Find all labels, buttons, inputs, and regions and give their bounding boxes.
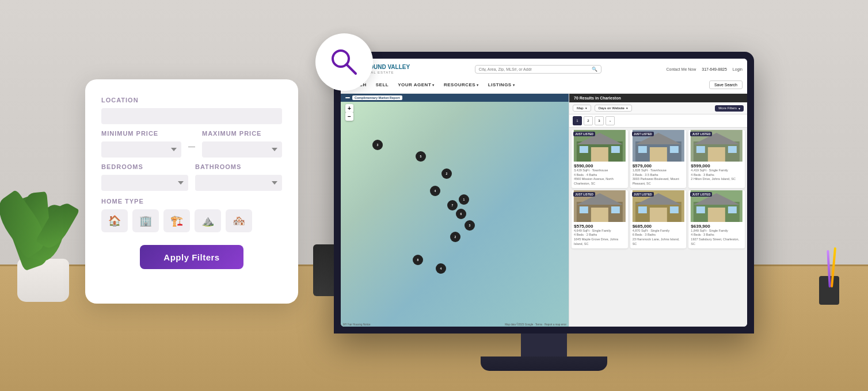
home-type-house[interactable]: 🏠 (101, 209, 128, 232)
svg-rect-35 (708, 208, 725, 222)
map-area: Complimentary Market Report 3 5 2 4 7 1 … (341, 94, 569, 327)
property-card-3[interactable]: JUST LISTED $599,000 4,419 SqFt · Single… (688, 130, 745, 188)
svg-rect-29 (649, 208, 667, 222)
filter-card: LOCATION MINIMUM PRICE — MAXIMUM PRICE B… (85, 79, 298, 304)
property-card-6[interactable]: JUST LISTED $639,900 1,849 SqFt · Single… (688, 190, 745, 248)
just-listed-badge-4: JUST LISTED (573, 192, 595, 197)
map-marker-7[interactable]: 6 (456, 209, 466, 219)
page-1-button[interactable]: 1 (573, 116, 582, 125)
monitor-stand-neck (521, 334, 567, 356)
property-details-2: 1,828 SqFt · Townhouse 3 Beds · 3.5 Bath… (633, 168, 684, 186)
just-listed-badge-5: JUST LISTED (632, 192, 654, 197)
svg-rect-7 (611, 146, 620, 153)
nav-listings[interactable]: LISTINGS (488, 82, 515, 87)
header-top: RV ROUND VALLEY REAL ESTATE 🔍 (345, 61, 743, 77)
svg-rect-23 (591, 208, 608, 222)
map-marker-1[interactable]: 3 (372, 140, 383, 150)
home-type-land[interactable]: ⛰️ (195, 209, 221, 232)
filter-toolbar: Map Days on Website More Filters (569, 102, 747, 114)
pencil-holder (819, 276, 839, 305)
login-link[interactable]: Login (733, 67, 743, 71)
monitor-stand-base (481, 356, 607, 371)
days-filter-pill[interactable]: Days on Website (595, 105, 632, 112)
svg-rect-19 (728, 146, 737, 153)
site-search-input[interactable] (479, 67, 589, 71)
map-marker-3[interactable]: 2 (441, 168, 452, 179)
zoom-out-button[interactable]: − (345, 112, 353, 121)
nav-resources[interactable]: RESOURCES (444, 82, 479, 87)
market-report-badge[interactable] (345, 97, 350, 98)
property-card-1[interactable]: JUST LISTED $590,000 3,429 SqFt · Townho… (572, 130, 628, 188)
max-price-select[interactable] (202, 141, 282, 158)
scene: LOCATION MINIMUM PRICE — MAXIMUM PRICE B… (0, 0, 868, 391)
property-card-2[interactable]: JUST LISTED $579,000 1,828 SqFt · Townho… (630, 130, 687, 188)
bedrooms-select[interactable] (101, 175, 188, 191)
phone-number: 317-649-8825 (702, 67, 727, 71)
home-type-row: 🏠 🏢 🏗️ ⛰️ 🏘️ (101, 209, 282, 232)
map-filter-pill[interactable]: Map (573, 105, 591, 112)
property-card-5[interactable]: JUST LISTED $685,000 4,870 SqFt · Single… (630, 190, 687, 248)
property-info-3: $599,000 4,419 SqFt · Single Family 4 Be… (688, 162, 745, 183)
plant-leaves (0, 164, 86, 267)
property-info-2: $579,000 1,828 SqFt · Townhouse 3 Beds ·… (630, 162, 687, 188)
property-details-5: 4,870 SqFt · Single Family 6 Beds · 3 Ba… (633, 229, 684, 247)
svg-rect-13 (669, 146, 678, 153)
property-price-3: $599,000 (691, 163, 743, 168)
nav-your-agent[interactable]: YOUR AGENT (398, 82, 435, 87)
bathrooms-select[interactable] (195, 175, 282, 191)
map-marker-5[interactable]: 7 (447, 200, 458, 210)
page-2-button[interactable]: 2 (584, 116, 593, 125)
property-price-5: $685,000 (633, 224, 684, 229)
search-icon (327, 45, 361, 79)
just-listed-badge-2: JUST LISTED (632, 132, 654, 136)
map-background (341, 94, 569, 327)
map-marker-4[interactable]: 4 (430, 186, 440, 196)
property-details-4: 4,649 SqFt · Single Family 4 Beds · 2 Ba… (574, 229, 626, 247)
property-info-1: $590,000 3,429 SqFt · Townhouse 4 Beds ·… (572, 162, 628, 188)
home-type-mobile[interactable]: 🏘️ (226, 209, 252, 232)
contact-link[interactable]: Contact Me Now (667, 67, 696, 71)
map-marker-8[interactable]: 3 (465, 220, 475, 231)
map-marker-6[interactable]: 1 (459, 194, 469, 205)
just-listed-badge-6: JUST LISTED (690, 192, 712, 197)
min-price-select[interactable] (101, 141, 181, 158)
just-listed-badge-1: JUST LISTED (573, 132, 595, 136)
decorative-plant (17, 259, 69, 302)
map-section: Complimentary Market Report 3 5 2 4 7 1 … (341, 94, 747, 327)
home-type-condo[interactable]: 🏗️ (163, 209, 190, 232)
svg-rect-24 (580, 206, 588, 213)
svg-rect-6 (580, 146, 588, 153)
svg-rect-30 (638, 206, 646, 213)
listings-panel: 70 Results in Charleston Map Days on Web… (569, 94, 747, 327)
bathrooms-col: BATHROOMS (195, 163, 282, 191)
search-icon-small: 🔍 (592, 67, 597, 72)
property-price-1: $590,000 (574, 163, 626, 168)
min-price-label: MINIMUM PRICE (101, 130, 181, 137)
property-card-4[interactable]: JUST LISTED $575,000 4,649 SqFt · Single… (572, 190, 628, 248)
min-price-col: MINIMUM PRICE (101, 130, 181, 158)
bathrooms-label: BATHROOMS (195, 163, 282, 170)
map-marker-9[interactable]: 2 (450, 232, 460, 242)
svg-rect-17 (708, 147, 725, 162)
max-price-label: MAXIMUM PRICE (202, 130, 282, 137)
svg-rect-37 (728, 206, 737, 213)
market-report-bar: Complimentary Market Report (341, 94, 569, 102)
page-3-button[interactable]: 3 (595, 116, 604, 125)
nav-bar: SEARCH SELL YOUR AGENT RESOURCES LISTING… (345, 79, 743, 91)
map-marker-11[interactable]: 4 (436, 263, 446, 274)
location-input[interactable] (101, 108, 282, 124)
property-image-5: JUST LISTED (630, 190, 687, 222)
svg-rect-11 (649, 147, 667, 162)
header-links: Contact Me Now 317-649-8825 Login (667, 67, 743, 71)
zoom-in-button[interactable]: + (345, 104, 353, 113)
results-count: 70 Results in Charleston (574, 96, 621, 100)
location-label: LOCATION (101, 97, 282, 103)
apply-filters-button[interactable]: Apply Filters (140, 245, 243, 269)
page-next-button[interactable]: › (606, 116, 615, 125)
home-type-building[interactable]: 🏢 (132, 209, 159, 232)
more-filters-button[interactable]: More Filters (715, 105, 744, 112)
map-marker-2[interactable]: 5 (416, 151, 426, 162)
nav-sell[interactable]: SELL (376, 82, 389, 87)
save-search-button[interactable]: Save Search (709, 80, 743, 89)
map-marker-10[interactable]: 8 (413, 255, 423, 265)
